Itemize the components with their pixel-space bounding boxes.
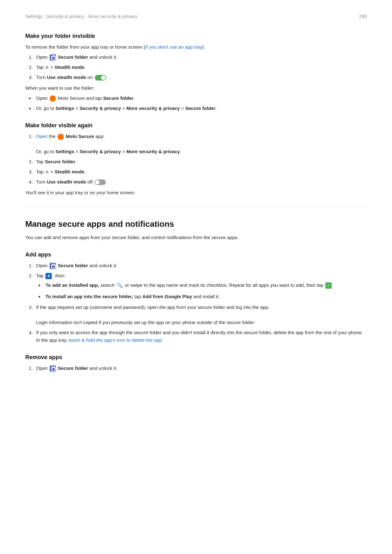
- use-stealth-mode-label: Use stealth mode: [47, 75, 86, 80]
- heading-add-apps: Add apps: [25, 250, 367, 259]
- secure-folder-label-3: Secure folder: [58, 263, 88, 268]
- heading-manage-apps: Manage secure apps and notifications: [25, 218, 367, 231]
- section-divider: [25, 206, 367, 206]
- secure-folder-icon: [50, 54, 56, 61]
- secure-folder-path-label: Secure folder: [185, 105, 215, 111]
- more-security-label-2: More security & privacy: [126, 149, 180, 154]
- login-note: Login information isn't copied if you pr…: [36, 320, 255, 325]
- secure-folder-icon-3: [50, 263, 56, 269]
- when-to-use-intro: When you want to use the folder:: [25, 84, 367, 92]
- security-privacy-label-2: Security & privacy: [80, 149, 121, 154]
- breadcrumb: Settings : Security & privacy : More sec…: [25, 13, 137, 20]
- remove-step-1: Open Secure folder and unlock it.: [34, 364, 367, 372]
- delete-app-link[interactable]: touch & hold the app's icon to delete th…: [69, 337, 162, 343]
- install-app-label: To install an app into the secure folder…: [45, 294, 133, 299]
- add-step-4: If you only want to access the app throu…: [34, 329, 367, 344]
- secure-folder-tap-label: Secure folder: [45, 159, 75, 164]
- open-link[interactable]: Open: [36, 134, 48, 139]
- security-privacy-label: Security & privacy: [80, 105, 121, 111]
- secure-folder-bullet-label: Secure folder: [103, 95, 133, 101]
- app-tray-link[interactable]: if you don't use an app tray: [145, 44, 202, 50]
- add-step-2: Tap +, then: To add an installed app, se…: [34, 272, 367, 300]
- menu-icon-2: ≡: [45, 170, 48, 175]
- add-step-1: Open Secure folder and unlock it.: [34, 262, 367, 269]
- more-security-label: More security & privacy: [126, 105, 180, 111]
- step-3-invisible: Turn Use stealth mode on .: [34, 74, 367, 81]
- add-apps-steps-list: Open Secure folder and unlock it. Tap +,…: [25, 262, 367, 344]
- stealth-mode-label: Stealth mode: [55, 64, 84, 70]
- toggle-off-icon: [94, 179, 106, 185]
- heading-make-folder-visible: Make folder visible again: [25, 121, 367, 130]
- moto-secure-icon-2: [57, 134, 64, 140]
- menu-icon: ≡: [45, 65, 48, 70]
- bullet-moto-secure: Open Moto Secure and tap Secure folder.: [34, 94, 367, 102]
- section-make-folder-invisible: Make your folder invisible To remove the…: [25, 32, 367, 112]
- step-1-visible: Open the Moto Secure app. Or, go to Sett…: [34, 133, 367, 155]
- secure-folder-label-4: Secure folder: [58, 365, 88, 371]
- secure-folder-icon-4: [50, 365, 56, 372]
- page-header: Settings : Security & privacy : More sec…: [25, 13, 367, 20]
- manage-apps-intro: You can add and remove apps from your se…: [25, 234, 367, 241]
- search-icon: 🔍: [117, 281, 123, 290]
- sub-bullet-installed-app: To add an installed app, search 🔍 or swi…: [44, 281, 367, 290]
- visible-steps-list: Open the Moto Secure app. Or, go to Sett…: [25, 133, 367, 186]
- check-icon: ✓: [325, 282, 332, 289]
- use-folder-bullets: Open Moto Secure and tap Secure folder. …: [25, 94, 367, 112]
- settings-label: Settings: [56, 105, 74, 111]
- bullet-settings-path: Or, go to Settings > Security & privacy …: [34, 105, 367, 112]
- heading-remove-apps: Remove apps: [25, 353, 367, 362]
- intro-paragraph: To remove the folder from your app tray …: [25, 43, 367, 51]
- secure-folder-label: Secure folder: [58, 54, 88, 60]
- sub-bullet-install-from-play: To install an app into the secure folder…: [44, 293, 367, 300]
- add-step-3: If the app requires set up (username and…: [34, 304, 367, 326]
- step-3-visible: Tap ≡ > Stealth mode.: [34, 168, 367, 176]
- heading-make-folder-invisible: Make your folder invisible: [25, 32, 367, 41]
- section-make-folder-visible: Make folder visible again Open the Moto …: [25, 121, 367, 196]
- step-4-visible: Turn Use stealth mode off .: [34, 178, 367, 186]
- toggle-on-icon: [95, 75, 106, 81]
- add-sub-bullets: To add an installed app, search 🔍 or swi…: [36, 281, 367, 300]
- section-manage-apps: Manage secure apps and notifications You…: [25, 218, 367, 372]
- visible-footer: You'll see it in your app tray or on you…: [25, 189, 367, 196]
- stealth-mode-label-2: Stealth mode: [55, 169, 84, 174]
- settings-label-2: Settings: [56, 149, 74, 154]
- step-2-invisible: Tap ≡ > Stealth mode.: [34, 63, 367, 71]
- invisible-steps-list: Open Secure folder and unlock it. Tap ≡ …: [25, 53, 367, 81]
- installed-app-label: To add an installed app,: [45, 282, 99, 288]
- page-number: 295: [359, 13, 367, 20]
- plus-icon: +: [45, 273, 52, 279]
- use-stealth-mode-label-2: Use stealth mode: [47, 179, 86, 184]
- step-2-visible: Tap Secure folder.: [34, 158, 367, 166]
- moto-secure-icon: [50, 95, 56, 102]
- moto-secure-label: Moto Secure: [66, 134, 94, 139]
- add-from-google-play-label: Add from Google Play: [142, 294, 192, 299]
- step-1-invisible: Open Secure folder and unlock it.: [34, 53, 367, 61]
- or-settings-note: Or, go to Settings > Security & privacy …: [36, 149, 181, 154]
- remove-apps-steps-list: Open Secure folder and unlock it.: [25, 364, 367, 372]
